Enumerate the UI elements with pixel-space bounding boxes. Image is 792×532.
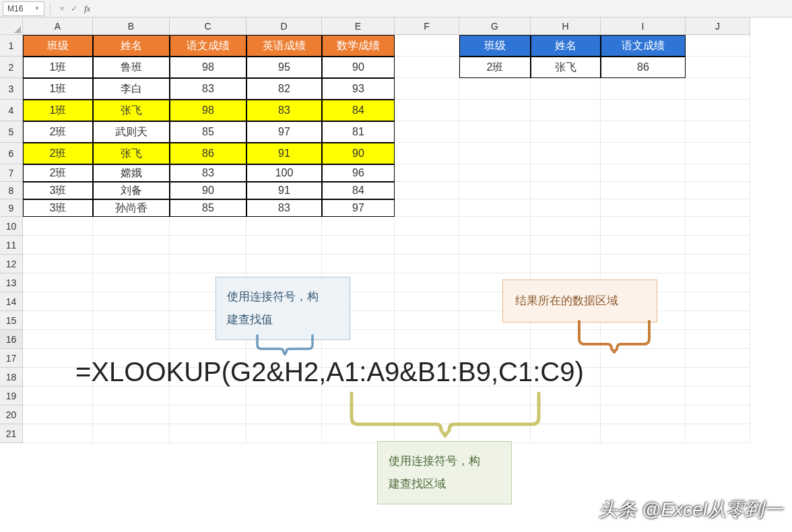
cancel-icon[interactable]: ×	[56, 3, 68, 13]
cell[interactable]: 100	[246, 164, 322, 182]
row-header[interactable]: 4	[0, 100, 23, 121]
cell[interactable]: 鲁班	[93, 57, 170, 78]
cell[interactable]: 93	[322, 78, 395, 100]
cell[interactable]	[93, 330, 170, 349]
cell[interactable]	[23, 236, 93, 255]
cell[interactable]: 97	[246, 121, 322, 143]
cell[interactable]	[322, 255, 395, 273]
cell[interactable]	[395, 182, 459, 199]
cell[interactable]: 97	[322, 199, 395, 217]
cell[interactable]	[601, 78, 686, 100]
cell[interactable]	[246, 424, 322, 443]
cell[interactable]	[395, 311, 459, 330]
cell[interactable]	[686, 164, 750, 182]
cell[interactable]	[531, 164, 601, 182]
cell[interactable]	[601, 100, 686, 121]
cell[interactable]	[459, 182, 531, 199]
cell[interactable]	[686, 121, 750, 143]
cell[interactable]	[246, 255, 322, 273]
cell[interactable]: 姓名	[531, 35, 601, 57]
cell[interactable]: 83	[170, 164, 246, 182]
row-header[interactable]: 13	[0, 273, 23, 292]
row-header[interactable]: 8	[0, 182, 23, 199]
cell[interactable]: 李白	[93, 78, 170, 100]
cell[interactable]	[23, 217, 93, 236]
cell[interactable]: 85	[170, 121, 246, 143]
cell[interactable]	[93, 311, 170, 330]
row-header[interactable]: 2	[0, 57, 23, 78]
cell[interactable]	[686, 143, 750, 164]
cell[interactable]: 1班	[23, 78, 93, 100]
cell[interactable]	[686, 57, 750, 78]
row-header[interactable]: 18	[0, 368, 23, 387]
cell[interactable]: 85	[170, 199, 246, 217]
cell[interactable]	[686, 273, 750, 292]
cell[interactable]: 83	[246, 199, 322, 217]
cell[interactable]	[686, 199, 750, 217]
cell[interactable]: 2班	[23, 143, 93, 164]
column-header[interactable]: I	[601, 18, 686, 35]
cell[interactable]	[686, 217, 750, 236]
cell[interactable]: 86	[601, 57, 686, 78]
cell[interactable]	[93, 292, 170, 311]
cell[interactable]	[170, 405, 246, 424]
row-header[interactable]: 14	[0, 292, 23, 311]
cell[interactable]: 1班	[23, 100, 93, 121]
column-header[interactable]: A	[23, 18, 93, 35]
column-header[interactable]: F	[395, 18, 459, 35]
name-box[interactable]: M16 ▼	[3, 1, 44, 16]
row-header[interactable]: 20	[0, 405, 23, 424]
cell[interactable]	[459, 255, 531, 273]
cell[interactable]	[23, 424, 93, 443]
cell[interactable]	[686, 405, 750, 424]
cell[interactable]: 82	[246, 78, 322, 100]
cell[interactable]	[246, 405, 322, 424]
cell[interactable]	[531, 182, 601, 199]
cell[interactable]	[170, 387, 246, 405]
cell[interactable]	[601, 217, 686, 236]
cell[interactable]	[686, 424, 750, 443]
cell[interactable]	[170, 424, 246, 443]
cell[interactable]: 90	[322, 57, 395, 78]
row-header[interactable]: 1	[0, 35, 23, 57]
cell[interactable]	[23, 255, 93, 273]
cell[interactable]: 1班	[23, 57, 93, 78]
cell[interactable]: 96	[322, 164, 395, 182]
cell[interactable]	[601, 405, 686, 424]
cell[interactable]	[601, 121, 686, 143]
cell[interactable]: 张飞	[93, 143, 170, 164]
cell[interactable]	[23, 405, 93, 424]
cell[interactable]	[322, 236, 395, 255]
cell[interactable]	[601, 424, 686, 443]
cell[interactable]	[686, 35, 750, 57]
cell[interactable]	[459, 217, 531, 236]
column-header[interactable]: D	[246, 18, 322, 35]
cell[interactable]	[170, 236, 246, 255]
cell[interactable]	[531, 143, 601, 164]
column-header[interactable]: E	[322, 18, 395, 35]
cell[interactable]	[601, 143, 686, 164]
cell[interactable]	[395, 217, 459, 236]
cell[interactable]	[395, 100, 459, 121]
cell[interactable]	[531, 121, 601, 143]
cell[interactable]	[246, 217, 322, 236]
cell[interactable]	[601, 199, 686, 217]
cell[interactable]	[23, 292, 93, 311]
cell[interactable]: 3班	[23, 199, 93, 217]
cell[interactable]	[395, 292, 459, 311]
cell[interactable]	[93, 405, 170, 424]
cell[interactable]	[170, 217, 246, 236]
cell[interactable]	[395, 121, 459, 143]
column-header[interactable]: H	[531, 18, 601, 35]
select-all-corner[interactable]	[0, 18, 23, 35]
row-header[interactable]: 15	[0, 311, 23, 330]
cell[interactable]	[686, 236, 750, 255]
cell[interactable]: 81	[322, 121, 395, 143]
cell[interactable]	[93, 217, 170, 236]
cell[interactable]: 数学成绩	[322, 35, 395, 57]
cell[interactable]	[395, 255, 459, 273]
cell[interactable]: 嫦娥	[93, 164, 170, 182]
cell[interactable]	[601, 182, 686, 199]
cell[interactable]	[531, 217, 601, 236]
cell[interactable]: 90	[170, 182, 246, 199]
